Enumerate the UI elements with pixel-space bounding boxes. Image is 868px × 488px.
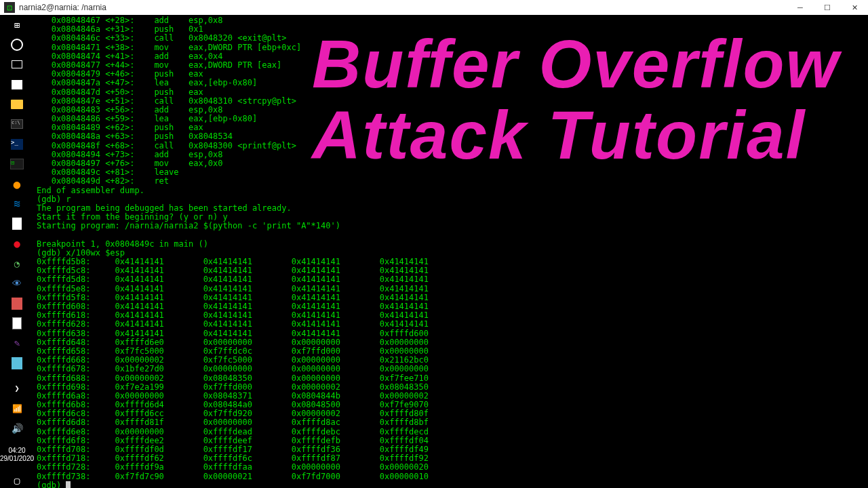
gdb-prompt: (gdb) [37,481,66,488]
asm-line: 0x0804847a <+47>: lea eax,[ebp-0x80] [37,79,865,87]
asm-line: 0x0804847e <+51>: call 0x8048310 <strcpy… [37,97,865,106]
memory-row: 0xffffd688: 0x00000002 0x08048350 0x0000… [37,374,865,383]
asm-line: 0x0804847d <+50>: push eax [37,88,865,97]
minimize-button[interactable]: ─ [787,0,814,15]
ccleaner-icon[interactable]: ◔ [9,256,25,270]
record-icon[interactable]: ● [9,237,25,251]
search-icon[interactable] [9,37,25,52]
asm-line: 0x0804846c <+33>: call 0x8048320 <exit@p… [37,34,865,43]
memory-row: 0xffffd738: 0xf7fd7c90 0x00000021 0xf7fd… [37,472,865,481]
volume-icon[interactable]: 🔊 [9,421,25,435]
gdb-line: Starting program: /narnia/narnia2 $(pyth… [37,222,865,230]
clock-date: 29/01/2020 [0,455,34,463]
asm-line: 0x08048474 <+41>: add eax,0x4 [37,52,865,61]
gdb-line [37,231,865,240]
notepad-icon[interactable] [9,356,25,370]
clock-time: 04:20 [0,447,34,455]
memory-row: 0xffffd698: 0xf7e2a199 0xf7ffd000 0x0000… [37,383,865,392]
expand-icon[interactable]: ❯ [9,381,25,395]
editor-icon[interactable]: ✎ [9,336,25,350]
firefox-icon[interactable]: ● [9,177,25,191]
asm-line: 0x0804848f <+68>: call 0x8048300 <printf… [37,142,865,150]
notes-icon[interactable] [9,296,25,310]
memory-row: 0xffffd678: 0x1bfe27d0 0x00000000 0x0000… [37,365,865,373]
cursor [66,481,71,488]
start-button[interactable]: ⊞ [9,18,25,32]
task-view-icon[interactable] [9,58,25,72]
asm-line: 0x08048471 <+38>: mov eax,DWORD PTR [ebp… [37,43,865,52]
memory-row: 0xffffd5d8: 0x41414141 0x41414141 0x4141… [37,275,865,284]
window-title: narnia2@narnia: /narnia [19,3,106,12]
clock[interactable]: 04:20 29/01/2020 [0,447,34,463]
asm-line: 0x0804848a <+63>: push 0x8048534 [37,132,865,141]
windows-taskbar: ⊞ c:\ >_ ⊡ ● ≋ ● ◔ 👁 ✎ ❯ 📶 🔊 04:20 29/01… [0,15,34,488]
memory-row: 0xffffd6e8: 0x00000000 0xffffdead 0xffff… [37,428,865,436]
document-icon[interactable] [9,217,25,231]
memory-row: 0xffffd648: 0xffffd6e0 0x00000000 0x0000… [37,338,865,347]
store-icon[interactable] [9,77,25,92]
close-button[interactable]: ✕ [841,0,868,15]
gdb-line: (gdb) r [37,195,865,204]
memory-row: 0xffffd6d8: 0xffffd81f 0x00000000 0xffff… [37,418,865,427]
memory-row: 0xffffd638: 0x41414141 0x41414141 0x4141… [37,329,865,338]
asm-line: 0x0804849d <+82>: ret [37,177,865,186]
notifications-icon[interactable]: ▢ [9,474,25,488]
powershell-icon[interactable]: >_ [9,137,25,151]
eye-icon[interactable]: 👁 [9,277,25,291]
app-icon: ⊡ [4,2,15,13]
terminal-output[interactable]: 0x08048467 <+28>: add esp,0x8 0x0804846a… [34,15,868,488]
gdb-line: Breakpoint 1, 0x0804849c in main () [37,240,865,249]
terminal-active-icon[interactable]: ⊡ [9,157,25,171]
network-icon[interactable]: 📶 [9,401,25,415]
page-icon[interactable] [9,316,25,330]
cmd-icon[interactable]: c:\ [9,117,25,131]
explorer-icon[interactable] [9,97,25,111]
window-titlebar: ⊡ narnia2@narnia: /narnia ─ ☐ ✕ [0,0,868,15]
vscode-icon[interactable]: ≋ [9,197,25,211]
memory-row: 0xffffd728: 0xffffdf9a 0xffffdfaa 0x0000… [37,463,865,472]
memory-row: 0xffffd5e8: 0x41414141 0x41414141 0x4141… [37,285,865,293]
gdb-line: End of assembler dump. [37,186,865,195]
maximize-button[interactable]: ☐ [814,0,841,15]
memory-row: 0xffffd628: 0x41414141 0x41414141 0x4141… [37,320,865,329]
